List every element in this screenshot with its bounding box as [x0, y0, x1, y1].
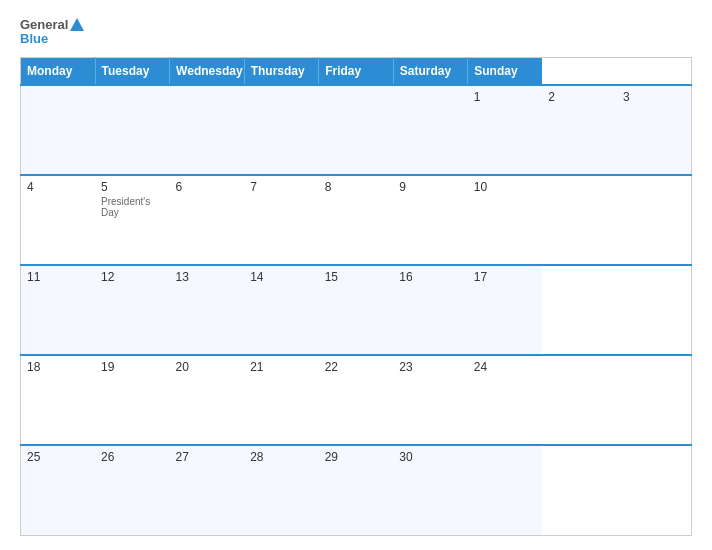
- empty-cell: [95, 85, 170, 175]
- week-row-1: 45President's Day678910: [21, 175, 692, 265]
- day-number: 5: [101, 180, 164, 194]
- day-cell: 1: [468, 85, 543, 175]
- holiday-label: President's Day: [101, 196, 164, 218]
- day-number: 8: [325, 180, 388, 194]
- day-cell: 21: [244, 355, 319, 445]
- day-number: 6: [176, 180, 239, 194]
- week-row-3: 18192021222324: [21, 355, 692, 445]
- day-cell: 15: [319, 265, 394, 355]
- weekday-header-friday: Friday: [319, 57, 394, 85]
- day-cell: 3: [617, 85, 692, 175]
- day-cell: 30: [393, 445, 468, 535]
- day-number: 27: [176, 450, 239, 464]
- day-cell: 9: [393, 175, 468, 265]
- day-number: 16: [399, 270, 462, 284]
- day-number: 19: [101, 360, 164, 374]
- day-number: 17: [474, 270, 537, 284]
- day-cell: 19: [95, 355, 170, 445]
- day-number: 1: [474, 90, 537, 104]
- day-cell: 14: [244, 265, 319, 355]
- day-number: 23: [399, 360, 462, 374]
- day-number: 12: [101, 270, 164, 284]
- day-cell: 2: [542, 85, 617, 175]
- logo-blue-text: Blue: [20, 32, 84, 46]
- day-number: 2: [548, 90, 611, 104]
- day-number: 20: [176, 360, 239, 374]
- day-cell: [468, 445, 543, 535]
- day-cell: 28: [244, 445, 319, 535]
- empty-cell: [21, 85, 96, 175]
- calendar-table: MondayTuesdayWednesdayThursdayFridaySatu…: [20, 57, 692, 536]
- day-number: 14: [250, 270, 313, 284]
- day-number: 22: [325, 360, 388, 374]
- day-cell: [393, 85, 468, 175]
- day-number: 24: [474, 360, 537, 374]
- day-number: 28: [250, 450, 313, 464]
- weekday-header-row: MondayTuesdayWednesdayThursdayFridaySatu…: [21, 57, 692, 85]
- day-number: 30: [399, 450, 462, 464]
- week-row-0: 123: [21, 85, 692, 175]
- day-number: 25: [27, 450, 89, 464]
- day-cell: 18: [21, 355, 96, 445]
- day-cell: 25: [21, 445, 96, 535]
- day-number: 3: [623, 90, 685, 104]
- day-number: 13: [176, 270, 239, 284]
- day-cell: 8: [319, 175, 394, 265]
- day-cell: [244, 85, 319, 175]
- day-cell: 13: [170, 265, 245, 355]
- day-cell: 16: [393, 265, 468, 355]
- weekday-header-sunday: Sunday: [468, 57, 543, 85]
- calendar-page: General Blue MondayTuesdayWednesdayThurs…: [0, 0, 712, 550]
- day-cell: 11: [21, 265, 96, 355]
- day-cell: 29: [319, 445, 394, 535]
- day-number: 18: [27, 360, 89, 374]
- day-cell: 23: [393, 355, 468, 445]
- empty-cell: [170, 85, 245, 175]
- weekday-header-tuesday: Tuesday: [95, 57, 170, 85]
- day-number: 15: [325, 270, 388, 284]
- weekday-header-monday: Monday: [21, 57, 96, 85]
- day-cell: 17: [468, 265, 543, 355]
- day-cell: [319, 85, 394, 175]
- day-number: 21: [250, 360, 313, 374]
- day-cell: 24: [468, 355, 543, 445]
- day-number: 4: [27, 180, 89, 194]
- day-number: 26: [101, 450, 164, 464]
- day-cell: 27: [170, 445, 245, 535]
- weekday-header-wednesday: Wednesday: [170, 57, 245, 85]
- day-cell: 12: [95, 265, 170, 355]
- day-cell: 20: [170, 355, 245, 445]
- logo-general-text: General: [20, 18, 68, 32]
- header: General Blue: [20, 18, 692, 47]
- day-number: 7: [250, 180, 313, 194]
- day-number: 29: [325, 450, 388, 464]
- day-cell: 5President's Day: [95, 175, 170, 265]
- day-number: 9: [399, 180, 462, 194]
- weekday-header-saturday: Saturday: [393, 57, 468, 85]
- logo-triangle-icon: [70, 18, 84, 31]
- day-number: 10: [474, 180, 537, 194]
- day-cell: 26: [95, 445, 170, 535]
- week-row-4: 252627282930: [21, 445, 692, 535]
- day-cell: 6: [170, 175, 245, 265]
- day-number: 11: [27, 270, 89, 284]
- day-cell: 22: [319, 355, 394, 445]
- day-cell: 10: [468, 175, 543, 265]
- weekday-header-thursday: Thursday: [244, 57, 319, 85]
- logo: General Blue: [20, 18, 84, 47]
- week-row-2: 11121314151617: [21, 265, 692, 355]
- day-cell: 7: [244, 175, 319, 265]
- day-cell: 4: [21, 175, 96, 265]
